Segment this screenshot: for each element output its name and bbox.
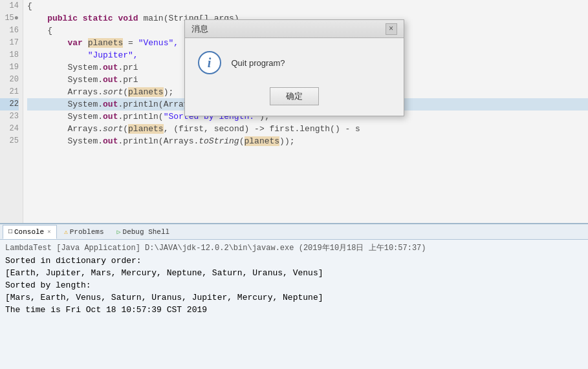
tab-problems-label: Problems [70,228,104,236]
dialog-titlebar: 消息 × [185,20,404,38]
dialog-title: 消息 [191,23,208,35]
dialog-body: i Quit program? [185,38,404,81]
dialog-footer: 确定 [185,81,404,116]
console-output: LambdaTest [Java Application] D:\JAVA\jd… [0,240,588,369]
tab-console-label: Console [14,228,44,236]
dialog-close-button[interactable]: × [386,23,397,35]
panel-tabs: □ Console ✕ ⚠ Problems ▷ Debug Shell [0,224,588,240]
console-close-icon[interactable]: ✕ [47,228,50,235]
info-icon: i [198,51,221,74]
tab-debug-shell[interactable]: ▷ Debug Shell [111,225,176,239]
code-editor: 14 15● 16 17 18 19 20 21 22 23 24 25 { p… [0,0,588,223]
tab-console[interactable]: □ Console ✕ [3,225,57,239]
dialog-message: Quit program? [232,58,285,68]
confirm-button[interactable]: 确定 [270,87,319,105]
debug-icon: ▷ [117,228,121,236]
problems-icon: ⚠ [64,228,68,236]
bottom-panel: □ Console ✕ ⚠ Problems ▷ Debug Shell Lam… [0,223,588,369]
output-line-5: The time is Fri Oct 18 10:57:39 CST 2019 [5,304,583,316]
output-line-3: Sorted by length: [5,279,583,291]
output-line-4: [Mars, Earth, Venus, Saturn, Uranus, Jup… [5,291,583,304]
output-line-1: Sorted in dictionary order: [5,255,583,267]
dialog-overlay: 消息 × i Quit program? 确定 [0,0,588,223]
tab-debug-label: Debug Shell [123,228,170,236]
console-icon: □ [8,228,12,235]
message-dialog: 消息 × i Quit program? 确定 [184,19,404,116]
tab-problems[interactable]: ⚠ Problems [58,225,110,239]
output-line-2: [Earth, Jupiter, Mars, Mercury, Neptune,… [5,267,583,279]
console-header: LambdaTest [Java Application] D:\JAVA\jd… [5,242,583,253]
